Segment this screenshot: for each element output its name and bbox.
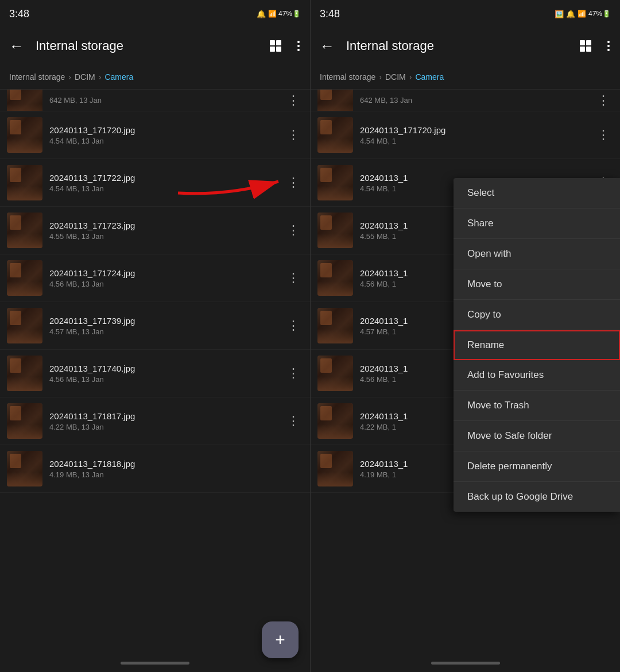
file-thumb-5-right: [317, 308, 353, 343]
right-panel: 3:48 🖼️ 🔔 📶 47%🔋 ← Internal storage: [310, 0, 620, 672]
context-menu-open-with[interactable]: Open with: [454, 239, 620, 269]
more-options-button-right[interactable]: [602, 36, 615, 56]
more-options-icon-left: [297, 41, 300, 51]
battery-left: 47%🔋: [278, 10, 301, 18]
file-meta-3-left: 4.55 MB, 13 Jan: [49, 232, 281, 241]
file-thumb-8-left: [7, 451, 42, 486]
toolbar-right: ← Internal storage: [311, 28, 620, 64]
file-meta-6-left: 4.56 MB, 13 Jan: [49, 375, 281, 384]
file-thumb-8-right: [317, 451, 353, 486]
file-more-5-left[interactable]: ⋮: [281, 315, 305, 337]
status-icons-right: 🖼️ 🔔 📶 47%🔋: [555, 10, 611, 18]
file-list-left: 642 MB, 13 Jan ⋮ 20240113_171720.jpg 4.5…: [0, 90, 310, 654]
status-time-left: 3:48: [9, 8, 29, 20]
context-menu-rename[interactable]: Rename: [454, 330, 620, 360]
nav-indicator-right: [431, 662, 500, 665]
breadcrumb-camera-left[interactable]: Camera: [104, 72, 133, 82]
file-thumb-5-left: [7, 308, 42, 343]
file-meta-4-left: 4.56 MB, 13 Jan: [49, 280, 281, 288]
file-more-1-right[interactable]: ⋮: [591, 124, 615, 146]
context-menu-move-trash[interactable]: Move to Trash: [454, 391, 620, 421]
breadcrumb-storage-right[interactable]: Internal storage: [320, 72, 375, 82]
context-menu: Select Share Open with Move to Copy to R…: [454, 178, 620, 512]
file-more-6-left[interactable]: ⋮: [281, 362, 305, 384]
grid-icon-left: [270, 40, 281, 52]
file-name-8-left: 20240113_171818.jpg: [49, 459, 305, 469]
list-item[interactable]: 20240113_171818.jpg 4.19 MB, 13 Jan: [0, 445, 310, 493]
breadcrumb-camera-right[interactable]: Camera: [415, 72, 444, 82]
context-menu-move-safe[interactable]: Move to Safe folder: [454, 421, 620, 451]
list-item[interactable]: 20240113_171722.jpg 4.54 MB, 13 Jan ⋮: [0, 159, 310, 207]
file-more-3-left[interactable]: ⋮: [281, 219, 305, 241]
file-meta-partial-left: 642 MB, 13 Jan: [49, 96, 281, 105]
toolbar-left: ← Internal storage: [0, 28, 310, 64]
file-more-7-left[interactable]: ⋮: [281, 410, 305, 432]
context-menu-select[interactable]: Select: [454, 178, 620, 208]
more-options-button-left[interactable]: [292, 36, 305, 56]
more-options-icon-right: [607, 41, 610, 51]
file-item-top-partial-right[interactable]: 642 MB, 13 Jan ⋮: [311, 90, 620, 111]
list-item[interactable]: 20240113_171817.jpg 4.22 MB, 13 Jan ⋮: [0, 397, 310, 445]
page-title-right: Internal storage: [346, 38, 569, 53]
context-menu-backup-drive[interactable]: Back up to Google Drive: [454, 482, 620, 512]
breadcrumb-dcim-right[interactable]: DCIM: [385, 72, 406, 82]
file-more-1-left[interactable]: ⋮: [281, 124, 305, 146]
breadcrumb-left: Internal storage › DCIM › Camera: [0, 64, 310, 90]
context-menu-share[interactable]: Share: [454, 208, 620, 239]
list-item[interactable]: 20240113_171739.jpg 4.57 MB, 13 Jan ⋮: [0, 302, 310, 350]
breadcrumb-right: Internal storage › DCIM › Camera: [311, 64, 620, 90]
status-bar-left: 3:48 🔔 📶 47%🔋: [0, 0, 310, 28]
file-info-1-right: 20240113_171720.jpg 4.54 MB, 1: [353, 125, 591, 145]
status-time-right: 3:48: [320, 8, 340, 20]
grid-view-button-right[interactable]: [574, 36, 597, 56]
file-thumb-7-left: [7, 403, 42, 439]
file-meta-partial-right: 642 MB, 13 Jan: [360, 96, 591, 105]
grid-icon-right: [580, 40, 591, 52]
fab-button-left[interactable]: +: [262, 621, 299, 658]
breadcrumb-sep2-left: ›: [99, 72, 102, 82]
grid-view-button-left[interactable]: [264, 36, 287, 56]
signal-bars-right: 📶: [578, 10, 586, 18]
breadcrumb-sep2-right: ›: [409, 72, 412, 82]
file-name-1-left: 20240113_171720.jpg: [49, 125, 281, 135]
file-meta-8-left: 4.19 MB, 13 Jan: [49, 470, 305, 479]
context-menu-delete-permanently[interactable]: Delete permanently: [454, 451, 620, 482]
file-name-5-left: 20240113_171739.jpg: [49, 316, 281, 326]
context-menu-add-favourites[interactable]: Add to Favourites: [454, 360, 620, 391]
list-item[interactable]: 20240113_171724.jpg 4.56 MB, 13 Jan ⋮: [0, 254, 310, 302]
breadcrumb-dcim-left[interactable]: DCIM: [75, 72, 95, 82]
page-title-left: Internal storage: [36, 38, 259, 53]
file-more-4-left[interactable]: ⋮: [281, 267, 305, 289]
back-button-left[interactable]: ←: [2, 33, 31, 60]
context-menu-copy-to[interactable]: Copy to: [454, 300, 620, 330]
breadcrumb-sep1-right: ›: [379, 72, 382, 82]
back-button-right[interactable]: ←: [313, 33, 342, 60]
file-meta-7-left: 4.22 MB, 13 Jan: [49, 423, 281, 431]
file-info-partial-right: 642 MB, 13 Jan: [353, 96, 591, 105]
nav-indicator-left: [121, 662, 189, 665]
file-thumb-7-right: [317, 403, 353, 439]
status-bar-right: 3:48 🖼️ 🔔 📶 47%🔋: [311, 0, 620, 28]
signal-bars-left: 📶: [268, 10, 276, 18]
file-item-top-partial-left[interactable]: 642 MB, 13 Jan ⋮: [0, 90, 310, 111]
file-more-partial-left[interactable]: ⋮: [281, 90, 305, 111]
list-item[interactable]: 20240113_171740.jpg 4.56 MB, 13 Jan ⋮: [0, 350, 310, 397]
file-thumb-partial-right: [317, 90, 353, 111]
context-menu-move-to[interactable]: Move to: [454, 269, 620, 300]
file-thumb-1-right: [317, 117, 353, 153]
nav-bar-right: [311, 654, 620, 672]
file-name-4-left: 20240113_171724.jpg: [49, 268, 281, 278]
file-thumb-3-left: [7, 213, 42, 248]
battery-right: 47%🔋: [588, 10, 611, 18]
file-thumb-4-right: [317, 260, 353, 296]
list-item[interactable]: 20240113_171720.jpg 4.54 MB, 13 Jan ⋮: [0, 111, 310, 159]
file-more-partial-right[interactable]: ⋮: [591, 90, 615, 111]
breadcrumb-sep1-left: ›: [68, 72, 71, 82]
file-info-1-left: 20240113_171720.jpg 4.54 MB, 13 Jan: [42, 125, 281, 145]
file-thumb-4-left: [7, 260, 42, 296]
file-thumb-3-right: [317, 213, 353, 248]
alarm-icon: 🔔: [257, 10, 266, 18]
breadcrumb-storage-left[interactable]: Internal storage: [9, 72, 65, 82]
list-item[interactable]: 20240113_171720.jpg 4.54 MB, 1 ⋮: [311, 111, 620, 159]
list-item[interactable]: 20240113_171723.jpg 4.55 MB, 13 Jan ⋮: [0, 207, 310, 254]
